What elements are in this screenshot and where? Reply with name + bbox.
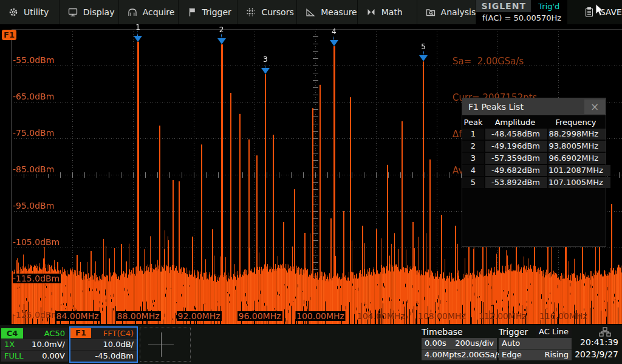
x-axis-label: 84.00MHz	[55, 311, 100, 321]
menu-item-acquire[interactable]: Acquire	[119, 0, 179, 24]
peak-number: 2	[462, 141, 484, 152]
peaks-list-titlebar: F1 Peaks List ×	[462, 98, 606, 115]
frequency-counter: f(AC) = 50.00570Hz	[476, 12, 567, 24]
table-row: 3 -57.359dBm 96.6902MHz	[462, 153, 606, 164]
menu-item-trigger[interactable]: Trigger	[179, 0, 238, 24]
trigger-panel[interactable]: TriggerAC Line Auto EdgeRising	[499, 326, 572, 363]
channel-c4-box[interactable]: C4 AC50 1X10.0mV/ FULL0.00V	[1, 328, 68, 362]
peak-frequency: 88.2998MHz	[549, 129, 606, 140]
sample-rate-readout: Sa= 2.00GSa/s	[453, 55, 537, 67]
x-axis-label: 112.00MHz	[477, 311, 528, 321]
peak-marker-number: 4	[332, 28, 337, 36]
add-trace-slot[interactable]	[140, 328, 191, 362]
menu-label: Acquire	[143, 7, 175, 17]
table-row: 2 -49.196dBm 93.8005MHz	[462, 141, 606, 152]
x-axis-label: 100.00MHz	[295, 311, 346, 321]
peak-marker-stem	[265, 64, 265, 68]
peak-marker-triangle-icon	[330, 40, 338, 46]
menu-label: Measure	[321, 7, 357, 17]
table-row: 5 -53.892dBm 107.1005MHz	[462, 177, 606, 188]
timebase-points: 4.00Mpts	[425, 349, 461, 360]
mouse-pointer-icon	[595, 4, 605, 17]
display-icon	[67, 7, 78, 18]
trigger-source: AC Line	[536, 326, 572, 337]
peak-number: 1	[462, 129, 484, 140]
analysis-icon	[425, 7, 436, 18]
peak-marker-5: 5	[419, 43, 428, 61]
peak-marker-2: 2	[217, 26, 227, 44]
peak-marker-stem	[221, 34, 222, 38]
trigger-mode: Auto	[502, 338, 520, 349]
menu-item-display[interactable]: Display	[60, 0, 119, 24]
peak-amplitude: -49.196dBm	[485, 141, 547, 152]
peak-marker-triangle-icon	[261, 68, 270, 74]
menu-item-cursors[interactable]: Cursors	[238, 0, 297, 24]
status-bar: C4 AC50 1X10.0mV/ FULL0.00V F1 FFT(C4) 1…	[0, 325, 622, 364]
menu-label: Display	[83, 7, 115, 17]
menu-label: Cursors	[261, 7, 293, 17]
peaks-list-panel: F1 Peaks List × Peak Amplitude Frequency…	[462, 98, 606, 247]
peak-marker-3: 3	[261, 56, 270, 74]
peak-marker-stem	[423, 51, 424, 55]
oscilloscope-screen: Utility Display Acquire Trigger Cursors …	[0, 0, 622, 364]
peak-marker-triangle-icon	[134, 36, 142, 42]
table-row: 1 -48.458dBm 88.2998MHz	[462, 129, 606, 140]
peak-marker-number: 5	[421, 43, 426, 51]
peak-frequency: 107.1005MHz	[549, 177, 610, 188]
crosshair-icon	[161, 332, 162, 357]
peak-number: 3	[462, 153, 484, 164]
c4-offset: 0.00V	[42, 351, 65, 362]
peak-frequency: 96.6902MHz	[549, 153, 606, 164]
c4-badge: C4	[1, 328, 23, 339]
network-icon	[599, 327, 611, 337]
flag-icon	[186, 7, 197, 18]
measure-icon	[305, 7, 316, 18]
timebase-panel[interactable]: Timebase 0.00s200us/div 4.00Mpts2.00GSa/…	[422, 326, 497, 363]
col-peak: Peak	[462, 118, 484, 127]
brand-status-block: SIGLENT Trig'd f(AC) = 50.00570Hz	[476, 0, 567, 24]
menu-label: Utility	[24, 7, 49, 17]
y-axis-label: -55.0dBm	[13, 55, 55, 65]
menu-bar: Utility Display Acquire Trigger Cursors …	[0, 0, 622, 24]
peak-amplitude: -49.682dBm	[485, 165, 547, 176]
x-axis-label: 104.00MHz	[356, 311, 406, 321]
peak-frequency: 101.2087MHz	[549, 165, 610, 176]
brand-logo: SIGLENT	[476, 0, 531, 12]
peak-number: 5	[462, 177, 484, 188]
acquire-icon	[127, 7, 138, 18]
peak-marker-number: 1	[135, 24, 140, 32]
y-axis-label: -75.0dBm	[13, 128, 55, 138]
cursors-icon	[245, 7, 256, 18]
menu-item-measure[interactable]: Measure	[297, 0, 358, 24]
save-button[interactable]: SAVE	[567, 0, 622, 24]
f1-function: FFT(C4)	[91, 329, 137, 338]
peak-number: 4	[462, 165, 484, 176]
close-icon[interactable]: ×	[584, 99, 605, 114]
f1-ref-level: -45.0dBm	[95, 351, 134, 362]
math-f1-box-selected[interactable]: F1 FFT(C4) 10.0dB/ -45.0dBm	[69, 326, 138, 363]
y-axis-label: -65.0dBm	[13, 92, 55, 101]
peak-marker-1: 1	[133, 24, 143, 42]
c4-coupling: AC50	[23, 329, 68, 338]
menu-item-analysis[interactable]: Analysis	[417, 0, 477, 24]
col-frequency: Frequency	[546, 118, 606, 127]
peak-frequency: 93.8005MHz	[549, 141, 606, 152]
x-axis-label: 108.00MHz	[417, 311, 467, 321]
menu-item-utility[interactable]: Utility	[0, 0, 60, 24]
peak-marker-stem	[137, 32, 138, 36]
peak-marker-triangle-icon	[217, 38, 226, 44]
menu-label: Math	[381, 7, 403, 17]
y-axis-label: -115.0dBm	[13, 274, 61, 283]
col-amplitude: Amplitude	[484, 118, 546, 127]
timebase-scale: 200us/div	[455, 338, 494, 349]
menu-label: Trigger	[202, 7, 231, 17]
timebase-delay: 0.00s	[425, 338, 446, 349]
y-axis-label: -105.0dBm	[13, 237, 61, 247]
f1-badge: F1	[70, 328, 91, 338]
peaks-list-column-headers: Peak Amplitude Frequency	[462, 115, 606, 129]
menu-item-math[interactable]: Math	[358, 0, 417, 24]
peak-amplitude: -48.458dBm	[485, 129, 547, 140]
c4-scale: 10.0mV/	[32, 339, 65, 350]
clock-time: 20:41:39	[580, 337, 618, 347]
trigger-slope: Rising	[544, 349, 569, 360]
